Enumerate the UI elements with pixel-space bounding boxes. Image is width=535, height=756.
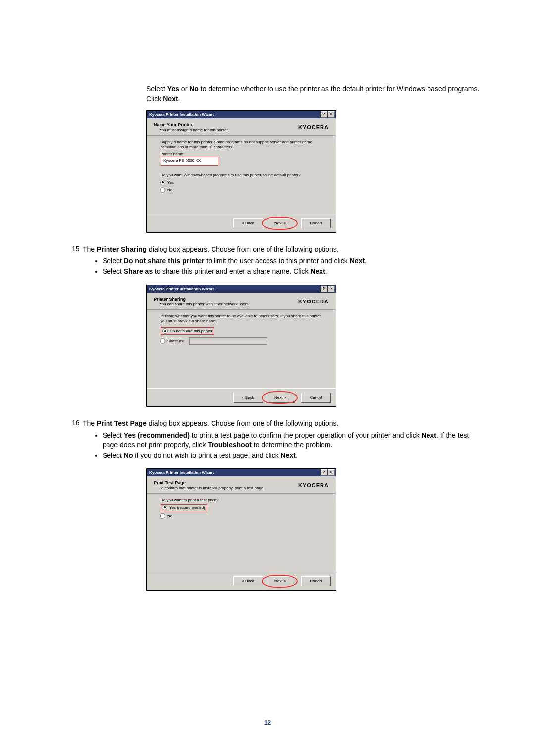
kyocera-logo: KYOCERA (298, 299, 329, 304)
page-number: 12 (264, 719, 271, 726)
dialog-header: Print Test Page To confirm that printer … (147, 476, 336, 494)
step-16-bullets: Select Yes (recommended) to print a test… (83, 431, 482, 461)
printer-name-highlight (160, 157, 218, 166)
radio-yes-label: Yes (167, 180, 174, 185)
cancel-button[interactable]: Cancel (301, 218, 331, 228)
dialog-header: Name Your Printer You must assign a name… (147, 118, 336, 136)
name-printer-dialog: Kyocera Printer Installation Wizard ? × … (146, 110, 336, 233)
titlebar-text: Kyocera Printer Installation Wizard (148, 287, 320, 291)
share-as-row[interactable]: Share as: (160, 337, 322, 345)
dialog-subtitle: You can share this printer with other ne… (160, 302, 298, 306)
default-printer-question: Do you want Windows-based programs to us… (160, 173, 322, 178)
close-icon[interactable]: × (328, 111, 335, 118)
notice-text: Supply a name for this printer. Some pro… (160, 140, 322, 149)
printer-name-input[interactable] (162, 158, 218, 163)
share-as-label: Share as: (167, 339, 184, 343)
dialog-subtitle: You must assign a name for this printer. (160, 128, 298, 132)
back-button[interactable]: < Back (233, 218, 263, 228)
share-name-input[interactable] (189, 337, 267, 345)
dialog-title: Printer Sharing (154, 297, 298, 302)
print-test-page-dialog: Kyocera Printer Installation Wizard ? × … (146, 468, 336, 591)
dialog-body: Supply a name for this printer. Some pro… (147, 136, 336, 214)
dialog-header: Printer Sharing You can share this print… (147, 293, 336, 310)
printer-name-label: Printer name: (160, 152, 322, 156)
radio-yes-recommended[interactable] (162, 505, 167, 510)
intro-no: No (189, 85, 199, 93)
kyocera-logo: KYOCERA (298, 482, 329, 488)
step-16-bullet-2: Select No if you do not wish to print a … (103, 451, 482, 461)
do-not-share-label: Do not share this printer (170, 329, 212, 333)
titlebar: Kyocera Printer Installation Wizard ? × (147, 469, 336, 476)
dialog-footer: < Back Next > Cancel (147, 214, 336, 232)
titlebar-text: Kyocera Printer Installation Wizard (148, 470, 320, 475)
test-page-question: Do you want to print a test page? (160, 498, 322, 503)
step-16: 16 The Print Test Page dialog box appear… (72, 419, 482, 461)
dialog-footer: < Back Next > Cancel (147, 388, 336, 406)
step-15-number: 15 (72, 245, 83, 278)
help-icon[interactable]: ? (321, 469, 327, 476)
kyocera-logo: KYOCERA (298, 124, 329, 130)
step-15-bullet-2: Select Share as to share this printer an… (103, 267, 367, 277)
back-button[interactable]: < Back (233, 393, 263, 403)
titlebar: Kyocera Printer Installation Wizard ? × (147, 285, 336, 293)
next-button[interactable]: Next > (266, 576, 295, 586)
dialog-body: Indicate whether you want this printer t… (147, 310, 336, 388)
step-16-bullet-1: Select Yes (recommended) to print a test… (103, 431, 482, 450)
yes-recommended-highlight: Yes (recommended) (160, 504, 207, 511)
cancel-button[interactable]: Cancel (301, 576, 331, 586)
document-page: Select Yes or No to determine whether to… (0, 0, 535, 756)
radio-do-not-share[interactable] (162, 328, 168, 334)
step-16-number: 16 (72, 419, 83, 461)
next-button[interactable]: Next > (266, 393, 295, 403)
next-button[interactable]: Next > (266, 218, 295, 228)
radio-no-row[interactable]: No (160, 187, 322, 193)
close-icon[interactable]: × (328, 286, 335, 292)
radio-no-test[interactable] (160, 513, 165, 519)
radio-no-label: No (167, 514, 172, 518)
help-icon[interactable]: ? (321, 286, 327, 292)
radio-no-row[interactable]: No (160, 513, 322, 519)
radio-no[interactable] (160, 187, 165, 193)
intro-yes: Yes (167, 85, 179, 93)
titlebar-text: Kyocera Printer Installation Wizard (148, 112, 320, 117)
close-icon[interactable]: × (328, 469, 335, 476)
radio-share-as[interactable] (160, 338, 165, 344)
dialog-subtitle: To confirm that printer is installed pro… (160, 486, 298, 490)
step-15-bold: Printer Sharing (97, 245, 147, 253)
step-16-bold: Print Test Page (97, 419, 147, 427)
radio-no-label: No (167, 188, 172, 192)
printer-sharing-dialog: Kyocera Printer Installation Wizard ? × … (146, 285, 336, 407)
intro-paragraph: Select Yes or No to determine whether to… (146, 84, 482, 103)
cancel-button[interactable]: Cancel (301, 393, 331, 403)
step-15: 15 The Printer Sharing dialog box appear… (72, 245, 482, 278)
dialog-footer: < Back Next > Cancel (147, 572, 336, 590)
dialog-title: Name Your Printer (154, 122, 298, 127)
dialog-title: Print Test Page (154, 480, 298, 485)
dialog-body: Do you want to print a test page? Yes (r… (147, 494, 336, 572)
intro-next: Next (163, 95, 178, 102)
back-button[interactable]: < Back (233, 576, 263, 586)
step-15-bullets: Select Do not share this printer to limi… (83, 256, 367, 277)
help-icon[interactable]: ? (321, 111, 327, 118)
do-not-share-highlight: Do not share this printer (160, 327, 214, 335)
yes-recommended-label: Yes (recommended) (169, 505, 205, 510)
step-15-bullet-1: Select Do not share this printer to limi… (103, 256, 367, 266)
radio-yes-row[interactable]: Yes (160, 180, 322, 185)
notice-text: Indicate whether you want this printer t… (160, 314, 322, 323)
titlebar: Kyocera Printer Installation Wizard ? × (147, 111, 336, 118)
radio-yes[interactable] (160, 180, 165, 185)
